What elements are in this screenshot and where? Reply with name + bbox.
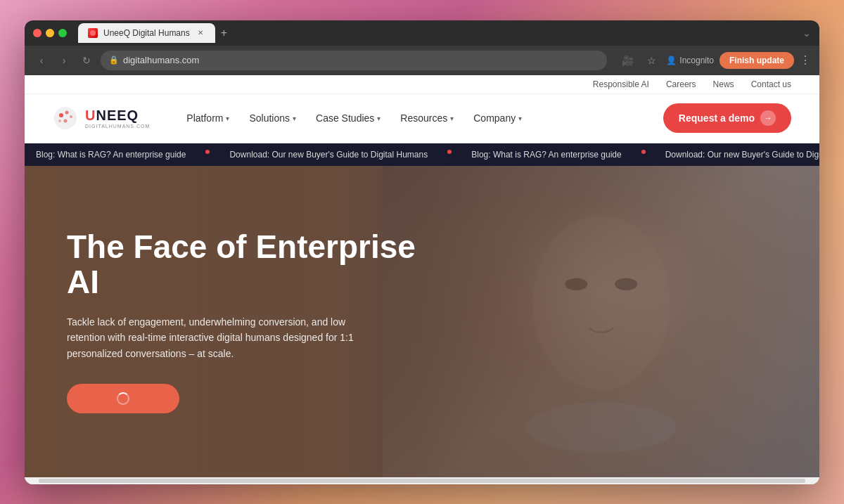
hero-title: The Face of Enterprise AI	[67, 229, 420, 300]
arrow-icon: →	[760, 110, 776, 126]
svg-point-5	[64, 119, 68, 123]
traffic-lights	[33, 29, 67, 37]
tab-close-button[interactable]: ✕	[196, 28, 205, 38]
svg-point-6	[58, 119, 61, 122]
logo-name: UNEEQ	[85, 108, 150, 124]
scrollbar-thumb[interactable]	[39, 479, 805, 483]
nav-platform[interactable]: Platform ▾	[178, 107, 238, 129]
back-button[interactable]: ‹	[33, 52, 50, 69]
finish-update-label: Finish update	[729, 56, 784, 65]
browser-actions: 🎥 ☆ 👤 Incognito Finish update ⋮	[618, 51, 811, 70]
news-link[interactable]: News	[713, 79, 734, 89]
hero-cta-button[interactable]	[67, 384, 179, 413]
svg-point-3	[65, 111, 69, 115]
case-studies-chevron-down-icon: ▾	[377, 115, 381, 122]
scrollbar-track	[25, 477, 819, 484]
ticker-item-3: Blog: What is RAG? An enterprise guide	[460, 150, 632, 160]
minimize-button[interactable]	[46, 29, 54, 37]
hero-content: The Face of Enterprise AI Tackle lack of…	[25, 166, 462, 477]
contact-us-link[interactable]: Contact us	[751, 79, 791, 89]
browser-window: UneeQ Digital Humans ✕ + ⌄ ‹ › ↻ 🔒 digit…	[25, 20, 819, 484]
incognito-label: Incognito	[679, 56, 714, 65]
more-options-button[interactable]: ⋮	[800, 53, 811, 67]
ticker-item-1: Blog: What is RAG? An enterprise guide	[25, 150, 197, 160]
website-content: Responsible AI Careers News Contact us	[25, 75, 819, 484]
active-tab[interactable]: UneeQ Digital Humans ✕	[78, 23, 215, 43]
browser-titlebar: UneeQ Digital Humans ✕ + ⌄	[25, 20, 819, 46]
top-nav-links: Responsible AI Careers News Contact us	[25, 75, 819, 94]
maximize-button[interactable]	[58, 29, 67, 37]
responsible-ai-link[interactable]: Responsible AI	[593, 79, 649, 89]
incognito-button[interactable]: 👤 Incognito	[666, 56, 714, 65]
tab-title: UneeQ Digital Humans	[103, 28, 190, 38]
main-nav-links: Platform ▾ Solutions ▾ Case Studies ▾ Re…	[178, 107, 663, 129]
ticker-dot-3	[641, 150, 646, 154]
request-demo-label: Request a demo	[679, 112, 755, 124]
ticker-item-4: Download: Our new Buyer's Guide to Digit…	[654, 150, 819, 160]
browser-addressbar: ‹ › ↻ 🔒 digitalhumans.com 🎥 ☆ 👤 Incognit…	[25, 46, 819, 75]
platform-chevron-down-icon: ▾	[226, 115, 229, 122]
logo-icon	[53, 105, 78, 131]
ticker-dot-1	[205, 150, 210, 154]
hero-section: The Face of Enterprise AI Tackle lack of…	[25, 166, 819, 477]
hero-description: Tackle lack of engagement, underwhelming…	[67, 314, 362, 361]
svg-point-4	[70, 115, 72, 118]
address-bar[interactable]: 🔒 digitalhumans.com	[101, 51, 607, 70]
loading-spinner-icon	[117, 392, 129, 405]
incognito-icon: 👤	[666, 56, 677, 65]
logo-subtitle: DIGITALHUMANS.COM	[85, 124, 150, 129]
nav-solutions[interactable]: Solutions ▾	[241, 107, 305, 129]
request-demo-button[interactable]: Request a demo →	[663, 103, 791, 133]
ticker-bar: Blog: What is RAG? An enterprise guide D…	[25, 143, 819, 166]
logo[interactable]: UNEEQ DIGITALHUMANS.COM	[53, 105, 150, 131]
finish-update-button[interactable]: Finish update	[720, 52, 794, 69]
company-chevron-down-icon: ▾	[518, 115, 522, 122]
tab-bar: UneeQ Digital Humans ✕ +	[78, 23, 797, 43]
bookmark-icon[interactable]: ☆	[642, 51, 660, 70]
solutions-chevron-down-icon: ▾	[293, 115, 296, 122]
url-text: digitalhumans.com	[123, 55, 599, 65]
nav-resources[interactable]: Resources ▾	[392, 107, 462, 129]
lock-icon: 🔒	[109, 56, 119, 65]
ticker-dot-2	[447, 150, 452, 154]
forward-button[interactable]: ›	[56, 52, 72, 69]
svg-point-2	[59, 113, 63, 117]
reload-button[interactable]: ↻	[78, 52, 95, 69]
resources-chevron-down-icon: ▾	[450, 115, 454, 122]
svg-point-1	[54, 107, 77, 129]
svg-point-0	[90, 30, 96, 36]
logo-u: U	[85, 108, 96, 123]
nav-company[interactable]: Company ▾	[465, 107, 530, 129]
nav-case-studies[interactable]: Case Studies ▾	[307, 107, 389, 129]
camera-icon[interactable]: 🎥	[618, 51, 637, 70]
main-navigation: UNEEQ DIGITALHUMANS.COM Platform ▾ Solut…	[25, 94, 819, 143]
new-tab-button[interactable]: +	[215, 27, 233, 39]
ticker-item-2: Download: Our new Buyer's Guide to Digit…	[218, 150, 439, 160]
close-button[interactable]	[33, 29, 41, 37]
careers-link[interactable]: Careers	[666, 79, 696, 89]
logo-text: UNEEQ DIGITALHUMANS.COM	[85, 108, 150, 129]
ticker-content: Blog: What is RAG? An enterprise guide D…	[25, 150, 819, 160]
tab-favicon	[88, 28, 98, 38]
nav-cta: Request a demo →	[663, 103, 791, 133]
chevron-down-icon: ⌄	[803, 27, 811, 39]
hero-cta	[67, 384, 420, 413]
